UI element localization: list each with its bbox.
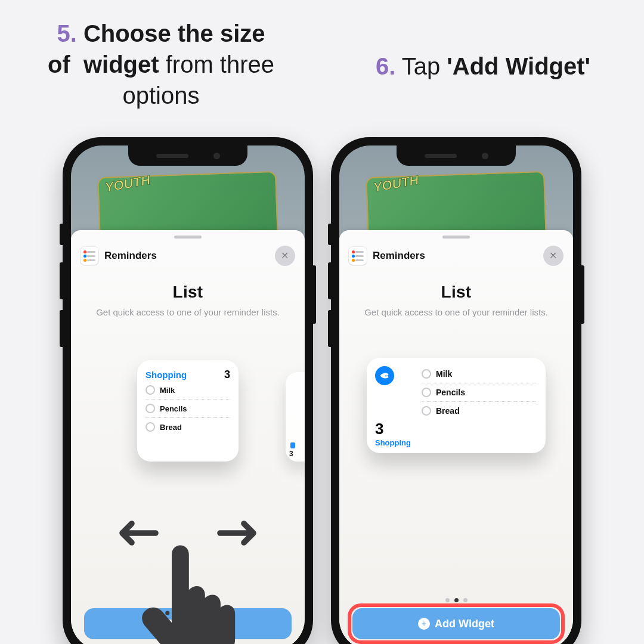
step6-caption: 6. Tap 'Add Widget' — [322, 18, 644, 111]
sheet-title: List — [339, 283, 573, 302]
reminders-app-icon — [349, 247, 367, 265]
widget-preview-small: Shopping 3 Milk Pencils Bread — [137, 360, 239, 462]
phone-screen: YOUTH Reminders List Get quick access to… — [339, 145, 573, 644]
side-button — [328, 262, 331, 299]
side-button — [581, 265, 584, 324]
sheet-title: List — [71, 283, 305, 302]
list-item: Bread — [145, 418, 230, 436]
sheet-subtitle: Get quick access to one of your reminder… — [358, 306, 554, 318]
list-item-label: Milk — [160, 386, 175, 395]
wallpaper-tag: YOUTH — [104, 172, 151, 196]
widget-size-carousel[interactable]: Shopping 3 Milk Pencils Bread 3 — [71, 336, 305, 533]
add-widget-label: Add Widget — [435, 618, 494, 630]
widget-picker-sheet: Reminders List Get quick access to one o… — [71, 230, 305, 644]
close-button[interactable] — [543, 246, 564, 266]
app-name-label: Reminders — [373, 250, 425, 262]
add-widget-button[interactable]: Add Widget — [352, 608, 560, 639]
page-dot — [463, 598, 467, 602]
side-button — [328, 310, 331, 347]
add-widget-button[interactable]: Add Widget — [84, 608, 292, 639]
page-dot-active — [454, 598, 459, 602]
widget-count: 3 — [224, 369, 230, 381]
step6-bold: 'Add Widget' — [447, 53, 590, 79]
radio-empty-icon — [422, 406, 431, 416]
list-item-label: Milk — [436, 369, 452, 379]
phone-mockup-step5: YOUTH Reminders List Get quick access to… — [63, 137, 313, 644]
phone-notch — [128, 145, 247, 166]
widget-list-name: Shopping — [375, 438, 417, 447]
widget-size-carousel[interactable]: 3 Shopping Milk Pencils Bread — [339, 336, 573, 533]
radio-empty-icon — [145, 404, 155, 413]
radio-empty-icon — [145, 422, 155, 432]
list-item-label: Bread — [436, 406, 460, 416]
step6-number: 6. — [376, 53, 395, 79]
step5-number: 5. — [57, 20, 77, 47]
add-widget-label: Add Widget — [166, 618, 226, 630]
phone-notch — [397, 145, 516, 166]
widget-preview-medium: 3 Shopping Milk Pencils Bread — [367, 358, 546, 453]
reminders-app-icon — [80, 247, 98, 265]
radio-empty-icon — [422, 369, 431, 379]
side-button — [60, 224, 63, 245]
sheet-subtitle: Get quick access to one of your reminder… — [90, 306, 286, 318]
step6-plain: Tap — [395, 53, 447, 79]
side-button — [60, 262, 63, 299]
list-item: Pencils — [422, 383, 537, 402]
page-indicator — [339, 598, 573, 602]
side-button — [60, 310, 63, 347]
page-dot — [445, 598, 450, 602]
plus-circle-icon — [418, 618, 430, 630]
radio-empty-icon — [145, 385, 155, 395]
list-item-label: Pencils — [436, 388, 465, 397]
widget-picker-sheet: Reminders List Get quick access to one o… — [339, 230, 573, 644]
list-color-icon — [375, 366, 394, 385]
close-button[interactable] — [275, 246, 295, 266]
app-name-label: Reminders — [104, 250, 157, 262]
phone-screen: YOUTH Reminders List Get quick access to… — [71, 145, 305, 644]
next-widget-peek: 3 — [286, 372, 305, 462]
widget-count: 3 — [375, 420, 417, 438]
list-item-label: Bread — [160, 423, 182, 432]
list-item: Pencils — [145, 400, 230, 418]
list-item-label: Pencils — [160, 404, 187, 413]
list-item: Bread — [422, 402, 537, 420]
fish-icon — [379, 370, 390, 381]
side-button — [313, 265, 316, 324]
plus-circle-icon — [150, 618, 162, 630]
side-button — [328, 224, 331, 245]
phone-mockup-step6: YOUTH Reminders List Get quick access to… — [331, 137, 581, 644]
step5-bold-b: widget — [83, 51, 159, 78]
wallpaper-tag: YOUTH — [372, 172, 420, 196]
widget-list-name: Shopping — [145, 370, 187, 380]
step5-caption: 5. Choose the size of widget from three … — [0, 18, 322, 111]
close-icon — [549, 251, 558, 261]
close-icon — [280, 251, 290, 261]
list-item: Milk — [145, 381, 230, 400]
radio-empty-icon — [422, 388, 431, 397]
list-item: Milk — [422, 365, 537, 383]
